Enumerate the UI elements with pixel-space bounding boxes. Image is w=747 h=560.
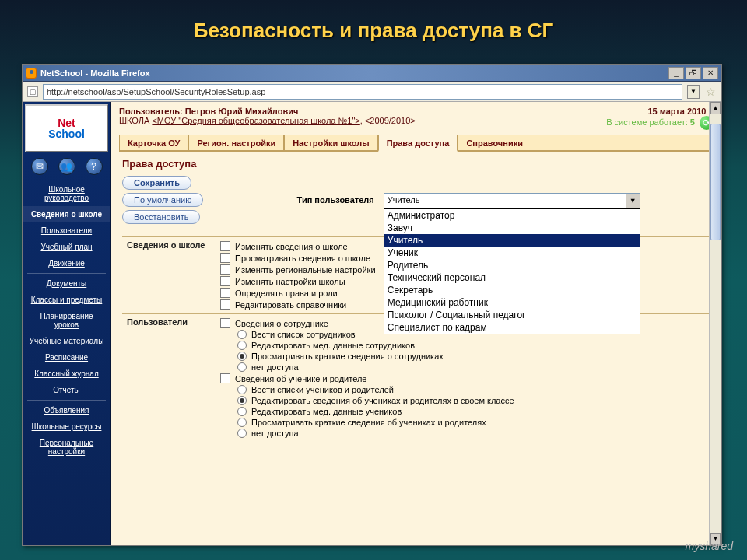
sidebar-item[interactable]: Классный журнал bbox=[23, 366, 110, 382]
checkbox[interactable] bbox=[220, 264, 230, 275]
sidebar-item[interactable]: Объявления bbox=[23, 402, 110, 418]
window-close-button[interactable]: ✕ bbox=[703, 67, 718, 79]
save-button[interactable]: Сохранить bbox=[122, 176, 191, 190]
online-label: В системе работает: bbox=[606, 117, 688, 127]
sidebar-item[interactable]: Документы bbox=[23, 275, 110, 292]
help-icon[interactable]: ? bbox=[86, 158, 103, 175]
tab[interactable]: Справочники bbox=[458, 135, 531, 150]
radio[interactable] bbox=[237, 407, 247, 416]
perm-label: Редактировать мед. данные сотрудников bbox=[251, 341, 415, 350]
sidebar-item[interactable]: Классы и предметы bbox=[23, 292, 110, 308]
user-type-select[interactable]: Учитель ▼ bbox=[384, 193, 640, 208]
perm-label: Вести список сотрудников bbox=[251, 330, 356, 339]
user-type-option[interactable]: Администратор bbox=[384, 209, 640, 222]
user-type-option[interactable]: Технический персонал bbox=[384, 271, 640, 284]
perm-label: нет доступа bbox=[251, 429, 299, 438]
checkbox[interactable] bbox=[220, 288, 230, 298]
user-type-option[interactable]: Завуч bbox=[384, 222, 640, 234]
window-minimize-button[interactable]: _ bbox=[668, 67, 684, 79]
users-icon[interactable]: 👥 bbox=[58, 158, 75, 175]
user-type-label: Тип пользователя bbox=[297, 193, 374, 205]
perm-label: Вести списки учеников и родителей bbox=[251, 385, 394, 394]
sidebar-item[interactable]: Пользователи bbox=[23, 222, 110, 239]
bookmark-star-icon[interactable]: ☆ bbox=[704, 86, 717, 98]
sidebar-item[interactable]: Школьное руководство bbox=[23, 181, 110, 206]
top-info: Пользователь: Петров Юрий Михайлович ШКО… bbox=[111, 102, 721, 131]
top-info-right: 15 марта 2010 г. В системе работает: 5 ⟳ bbox=[606, 107, 714, 130]
user-type-dropdown[interactable]: АдминистраторЗавучУчительУченикРодительТ… bbox=[384, 208, 640, 334]
user-type-option[interactable]: Родитель bbox=[384, 259, 640, 271]
sidebar-item[interactable]: Учебный план bbox=[23, 239, 110, 255]
perm-label: Определять права и роли bbox=[235, 289, 338, 298]
window-restore-button[interactable]: 🗗 bbox=[686, 67, 701, 79]
tab[interactable]: Регион. настройки bbox=[188, 135, 284, 150]
sidebar-item[interactable]: Учебные материалы bbox=[23, 333, 110, 349]
sidebar-item[interactable]: Сведения о школе bbox=[23, 206, 110, 222]
window-titlebar: NetSchool - Mozilla Firefox _ 🗗 ✕ bbox=[23, 65, 721, 82]
perm-row: Редактировать мед. данные сотрудников bbox=[220, 340, 706, 351]
sidebar-item[interactable]: Школьные ресурсы bbox=[23, 418, 110, 435]
radio[interactable] bbox=[237, 330, 247, 339]
tab[interactable]: Карточка ОУ bbox=[119, 135, 188, 150]
radio[interactable] bbox=[237, 352, 247, 361]
sidebar-item[interactable]: Персональные настройки bbox=[23, 435, 110, 460]
radio[interactable] bbox=[237, 341, 247, 350]
radio[interactable] bbox=[237, 396, 247, 405]
vertical-scrollbar[interactable]: ▲ ▼ bbox=[709, 102, 721, 545]
checkbox[interactable] bbox=[220, 318, 230, 328]
default-button[interactable]: По умолчанию bbox=[122, 193, 203, 207]
user-type-option[interactable]: Ученик bbox=[384, 247, 640, 259]
perm-row: Вести списки учеников и родителей bbox=[220, 384, 706, 395]
perm-row: Редактировать сведения об учениках и род… bbox=[220, 395, 706, 406]
perm-group-title: Пользователи bbox=[122, 314, 216, 443]
online-count: 5 bbox=[690, 117, 695, 127]
url-field[interactable]: http://netschool/asp/SetupSchool/Securit… bbox=[43, 84, 682, 100]
chevron-down-icon[interactable]: ▼ bbox=[626, 194, 640, 208]
radio[interactable] bbox=[237, 429, 247, 438]
sidebar-separator bbox=[27, 400, 106, 401]
user-type-selected-value: Учитель bbox=[384, 194, 626, 208]
radio[interactable] bbox=[237, 418, 247, 427]
perm-label: Изменять настройки школы bbox=[235, 277, 345, 286]
perm-label: Изменять региональные настройки bbox=[235, 265, 376, 275]
perm-label: Сведения о сотруднике bbox=[235, 319, 328, 328]
checkbox[interactable] bbox=[220, 299, 230, 310]
scroll-up-icon[interactable]: ▲ bbox=[710, 102, 721, 114]
perm-label: Изменять сведения о школе bbox=[235, 242, 348, 251]
user-type-option[interactable]: Медицинский работник bbox=[384, 296, 640, 309]
url-dropdown-button[interactable]: ▼ bbox=[687, 85, 700, 99]
user-label: Пользователь: bbox=[119, 107, 183, 116]
checkbox[interactable] bbox=[220, 373, 230, 383]
current-date: 15 марта 2010 г. bbox=[647, 107, 714, 116]
checkbox[interactable] bbox=[220, 253, 230, 263]
tab[interactable]: Права доступа bbox=[378, 135, 458, 152]
sidebar-item[interactable]: Расписание bbox=[23, 349, 110, 366]
sidebar-item[interactable]: Движение bbox=[23, 255, 110, 271]
scroll-down-icon[interactable]: ▼ bbox=[710, 533, 721, 545]
user-type-option[interactable]: Специалист по кадрам bbox=[384, 321, 640, 334]
browser-window: NetSchool - Mozilla Firefox _ 🗗 ✕ ▢ http… bbox=[22, 64, 722, 546]
checkbox[interactable] bbox=[220, 276, 230, 286]
sidebar-item[interactable]: Планирование уроков bbox=[23, 308, 110, 333]
address-bar: ▢ http://netschool/asp/SetupSchool/Secur… bbox=[23, 82, 721, 102]
firefox-icon bbox=[26, 68, 37, 79]
restore-button[interactable]: Восстановить bbox=[122, 210, 200, 224]
school-year: , <2009/2010> bbox=[360, 116, 416, 125]
tab[interactable]: Настройки школы bbox=[284, 135, 377, 150]
perm-label: Просматривать краткие сведения об ученик… bbox=[251, 418, 486, 427]
user-type-option[interactable]: Учитель bbox=[384, 234, 640, 247]
school-link[interactable]: <МОУ "Средняя общеобразовательная школа … bbox=[152, 116, 359, 125]
radio[interactable] bbox=[237, 362, 247, 372]
user-type-option[interactable]: Психолог / Социальный педагог bbox=[384, 309, 640, 321]
page-favicon: ▢ bbox=[27, 86, 38, 97]
radio[interactable] bbox=[237, 385, 247, 394]
perm-label: Редактировать мед. данные учеников bbox=[251, 407, 402, 416]
scroll-thumb[interactable] bbox=[710, 124, 721, 240]
mail-icon[interactable]: ✉ bbox=[31, 158, 48, 175]
perm-label: Редактировать справочники bbox=[235, 300, 346, 310]
user-type-option[interactable]: Секретарь bbox=[384, 284, 640, 296]
sidebar-separator bbox=[27, 273, 106, 274]
sidebar-item[interactable]: Отчеты bbox=[23, 382, 110, 398]
checkbox[interactable] bbox=[220, 241, 230, 251]
user-name: Петров Юрий Михайлович bbox=[185, 107, 299, 116]
